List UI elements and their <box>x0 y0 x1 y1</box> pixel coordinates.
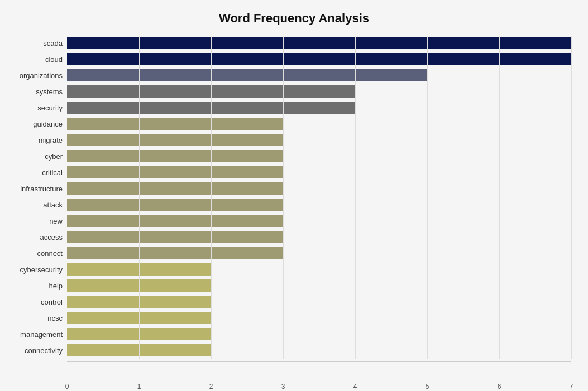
bar-label: guidance <box>6 120 67 128</box>
x-tick-label: 1 <box>133 383 145 390</box>
bar-track <box>67 102 571 114</box>
bar-row: help <box>67 278 571 293</box>
bar-label: infrastructure <box>6 185 67 193</box>
bar-track <box>67 215 571 227</box>
bar-row: connect <box>67 246 571 260</box>
bar-label: connect <box>6 249 67 258</box>
bar-chart-area: scadacloudorganizationssystemssecuritygu… <box>67 36 571 359</box>
bar-label: organizations <box>6 71 67 80</box>
bar-track <box>67 328 571 340</box>
bar-label: security <box>6 104 67 112</box>
chart-inner: scadacloudorganizationssystemssecuritygu… <box>67 36 571 391</box>
bar-label: systems <box>6 88 67 96</box>
bar-row: infrastructure <box>67 181 571 196</box>
bar-fill <box>67 263 211 276</box>
bar-track <box>67 53 571 65</box>
bar-fill <box>67 328 211 340</box>
grid-line <box>571 36 572 359</box>
x-tick-label: 0 <box>61 383 73 390</box>
bar-row: access <box>67 230 571 244</box>
bar-row: critical <box>67 165 571 180</box>
bar-track <box>67 344 571 356</box>
bar-fill <box>67 134 283 146</box>
bar-track <box>67 199 571 211</box>
bar-fill <box>67 53 571 65</box>
bar-track <box>67 118 571 130</box>
bar-fill <box>67 279 211 292</box>
bar-row: organizations <box>67 68 571 83</box>
x-tick-label: 2 <box>205 383 217 390</box>
bar-row: guidance <box>67 117 571 131</box>
bar-track <box>67 69 571 81</box>
bar-row: ncsc <box>67 311 571 325</box>
bar-track <box>67 263 571 276</box>
bar-track <box>67 296 571 308</box>
bar-row: systems <box>67 84 571 99</box>
bar-row: migrate <box>67 133 571 147</box>
bar-track <box>67 231 571 243</box>
bar-row: new <box>67 214 571 228</box>
bar-label: cybersecurity <box>6 266 67 274</box>
bar-label: ncsc <box>6 314 67 322</box>
bar-fill <box>67 296 211 308</box>
bar-label: scada <box>6 39 67 47</box>
bar-track <box>67 134 571 146</box>
x-tick-label: 5 <box>422 383 433 390</box>
bar-track <box>67 150 571 162</box>
bar-row: connectivity <box>67 343 571 358</box>
x-ticks-row: 01234567 <box>67 380 571 391</box>
bar-track <box>67 247 571 259</box>
bar-fill <box>67 150 283 162</box>
bar-fill <box>67 118 283 130</box>
x-axis <box>67 361 571 378</box>
x-tick-label: 4 <box>350 383 361 390</box>
bar-fill <box>67 69 427 81</box>
bar-row: security <box>67 100 571 115</box>
bar-track <box>67 166 571 178</box>
bar-row: management <box>67 327 571 341</box>
chart-title: Word Frequency Analysis <box>17 11 571 26</box>
bar-fill <box>67 247 283 259</box>
bar-fill <box>67 85 355 98</box>
bar-fill <box>67 344 211 356</box>
x-tick-label: 3 <box>278 383 289 390</box>
bar-label: management <box>6 330 67 339</box>
bar-row: scada <box>67 36 571 50</box>
bar-fill <box>67 312 211 324</box>
bar-row: cybersecurity <box>67 262 571 277</box>
bar-fill <box>67 37 571 49</box>
bar-track <box>67 312 571 324</box>
bar-label: attack <box>6 201 67 209</box>
bar-fill <box>67 102 355 114</box>
bar-row: attack <box>67 197 571 212</box>
bar-fill <box>67 182 283 195</box>
bar-label: connectivity <box>6 346 67 355</box>
bar-label: new <box>6 217 67 225</box>
chart-container: Word Frequency Analysis scadacloudorgani… <box>0 0 588 391</box>
bar-track <box>67 279 571 292</box>
bar-label: cyber <box>6 152 67 161</box>
bar-row: cyber <box>67 149 571 163</box>
x-tick-label: 6 <box>494 383 505 390</box>
bar-row: control <box>67 295 571 309</box>
bar-track <box>67 85 571 98</box>
bar-track <box>67 37 571 49</box>
bar-label: cloud <box>6 55 67 64</box>
bar-fill <box>67 199 283 211</box>
x-tick-label: 7 <box>566 383 577 390</box>
bar-fill <box>67 215 283 227</box>
bar-row: cloud <box>67 52 571 66</box>
bar-label: access <box>6 233 67 242</box>
bar-label: migrate <box>6 136 67 144</box>
bar-label: critical <box>6 168 67 177</box>
bar-fill <box>67 166 283 178</box>
bar-track <box>67 182 571 195</box>
bar-label: help <box>6 282 67 290</box>
bar-label: control <box>6 298 67 306</box>
bar-fill <box>67 231 283 243</box>
